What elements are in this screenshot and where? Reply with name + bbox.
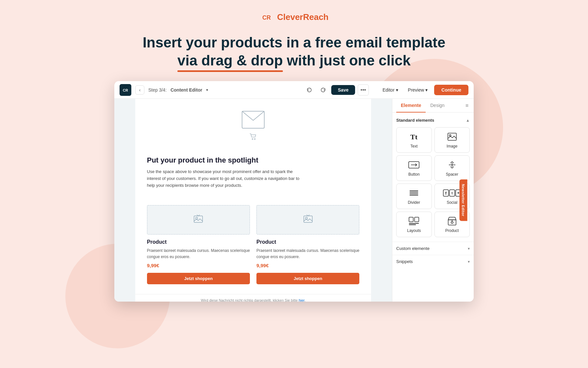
product1-name: Product xyxy=(147,239,250,245)
products-section: Product Praesent laoreet malesuada cursu… xyxy=(135,199,371,294)
element-spacer[interactable]: Spacer xyxy=(434,155,470,181)
headline: Insert your products in a free email tem… xyxy=(143,33,446,69)
email-footer: Wird diese Nachricht nicht richtig darge… xyxy=(135,294,371,302)
spacer-icon xyxy=(448,160,457,170)
snippets-header[interactable]: Snippets ▾ xyxy=(396,255,470,268)
footer-link[interactable]: hier xyxy=(299,298,304,302)
layouts-icon xyxy=(409,216,419,226)
step-name: Content Editor xyxy=(171,87,202,93)
svg-text:+: + xyxy=(457,191,459,195)
product1-shop-button[interactable]: Jetzt shoppen xyxy=(147,273,250,284)
preview-dropdown[interactable]: Preview ▾ xyxy=(405,85,431,95)
element-social-label: Social xyxy=(447,200,457,205)
email-preview-top xyxy=(135,99,371,146)
panel-tabs: Elemente Design ≡ xyxy=(392,99,474,113)
right-panel: Newsletter Editor Elemente Design ≡ Stan… xyxy=(392,99,474,302)
snippets-title: Snippets xyxy=(396,259,413,264)
product-card-1: Product Praesent laoreet malesuada cursu… xyxy=(147,205,250,284)
element-spacer-label: Spacer xyxy=(446,172,458,177)
standard-elements-section: Standard elements ▲ Tt Text xyxy=(392,113,474,242)
standard-chevron-icon: ▲ xyxy=(466,118,470,123)
svg-text:CR: CR xyxy=(262,14,271,21)
product2-name: Product xyxy=(256,239,359,245)
element-button[interactable]: Button xyxy=(396,155,432,181)
element-product-label: Product xyxy=(445,228,459,233)
lines-icon[interactable]: ≡ xyxy=(464,99,470,112)
redo-button[interactable] xyxy=(318,84,329,96)
text-icon: Tt xyxy=(409,131,419,142)
step-number: Step 3/4: xyxy=(148,87,167,93)
newsletter-editor-tab[interactable]: Newsletter Editor xyxy=(460,180,467,221)
save-button[interactable]: Save xyxy=(331,85,355,95)
product-image-icon-1 xyxy=(194,215,203,225)
standard-elements-header[interactable]: Standard elements ▲ xyxy=(396,115,470,125)
editor-dropdown[interactable]: Editor ▾ xyxy=(379,85,401,95)
headline-underline: via drag & drop xyxy=(177,51,283,69)
element-button-label: Button xyxy=(408,172,420,177)
element-image[interactable]: Image xyxy=(434,127,470,153)
element-divider-label: Divider xyxy=(408,200,420,205)
svg-rect-6 xyxy=(194,216,203,222)
spotlight-heading: Put your product in the spotlight xyxy=(147,156,360,165)
tab-elements[interactable]: Elemente xyxy=(396,99,426,113)
product-icon xyxy=(448,216,457,226)
svg-text:Tt: Tt xyxy=(410,133,418,141)
more-options-button[interactable]: ••• xyxy=(358,84,369,96)
topbar-actions: Save ••• xyxy=(304,84,369,96)
svg-text:f: f xyxy=(445,191,447,196)
element-image-label: Image xyxy=(447,144,457,149)
element-layouts-label: Layouts xyxy=(407,228,421,233)
svg-point-12 xyxy=(449,135,451,136)
product1-desc: Praesent laoreet malesuada cursus. Maece… xyxy=(147,248,250,260)
social-icon: f t + xyxy=(443,188,461,198)
standard-elements-title: Standard elements xyxy=(396,118,434,123)
undo-button[interactable] xyxy=(304,84,315,96)
product2-desc: Praesent laoreet malesuada cursus. Maece… xyxy=(256,248,359,260)
svg-point-7 xyxy=(196,217,198,219)
element-layouts[interactable]: Layouts xyxy=(396,212,432,237)
canvas-content: Put your product in the spotlight Use th… xyxy=(114,99,392,302)
headline-line1: Insert your products in a free email tem… xyxy=(143,34,446,50)
panel-tab-right: ≡ xyxy=(464,99,470,112)
topbar-logo: CR xyxy=(120,84,131,96)
snippets-chevron-icon: ▾ xyxy=(468,259,470,264)
product2-price: 9,99€ xyxy=(256,263,359,268)
divider-icon xyxy=(409,188,418,198)
svg-point-9 xyxy=(305,217,307,219)
svg-text:t: t xyxy=(451,191,453,195)
step-indicator: Step 3/4: Content Editor ▾ xyxy=(148,87,208,93)
product-image-2 xyxy=(256,205,359,235)
svg-text:CR: CR xyxy=(123,88,128,92)
svg-point-4 xyxy=(252,139,253,140)
custom-elements-section: Custom elemente ▾ xyxy=(392,242,474,255)
custom-elements-title: Custom elemente xyxy=(396,246,430,251)
product2-shop-button[interactable]: Jetzt shoppen xyxy=(256,273,359,284)
element-grid: Tt Text xyxy=(396,125,470,240)
svg-rect-26 xyxy=(409,217,413,222)
button-icon xyxy=(408,160,419,170)
continue-button[interactable]: Continue xyxy=(434,85,468,95)
cart-icon-small xyxy=(250,133,257,142)
product-card-2: Product Praesent laoreet malesuada cursu… xyxy=(256,205,359,284)
svg-rect-8 xyxy=(304,216,312,222)
back-button[interactable]: ‹ xyxy=(135,85,144,95)
image-icon xyxy=(448,131,457,142)
tab-design[interactable]: Design xyxy=(426,99,449,113)
spotlight-body: Use the space above to showcase your mos… xyxy=(147,168,304,189)
svg-rect-27 xyxy=(415,217,419,222)
svg-rect-11 xyxy=(448,133,456,140)
element-text[interactable]: Tt Text xyxy=(396,127,432,153)
editor-body: Put your product in the spotlight Use th… xyxy=(114,99,474,302)
element-divider[interactable]: Divider xyxy=(396,184,432,209)
custom-chevron-icon: ▾ xyxy=(468,246,470,251)
custom-elements-header[interactable]: Custom elemente ▾ xyxy=(396,242,470,255)
logo-icon: CR xyxy=(259,10,274,24)
spotlight-section: Put your product in the spotlight Use th… xyxy=(135,146,371,199)
footer-text: Wird diese Nachricht nicht richtig darge… xyxy=(147,298,360,302)
product1-price: 9,99€ xyxy=(147,263,250,268)
canvas-area[interactable]: Put your product in the spotlight Use th… xyxy=(114,99,392,302)
logo-brand-name: CleverReach xyxy=(277,12,329,22)
svg-point-5 xyxy=(254,139,255,140)
envelope-icon xyxy=(241,111,265,130)
step-chevron[interactable]: ▾ xyxy=(206,88,208,92)
